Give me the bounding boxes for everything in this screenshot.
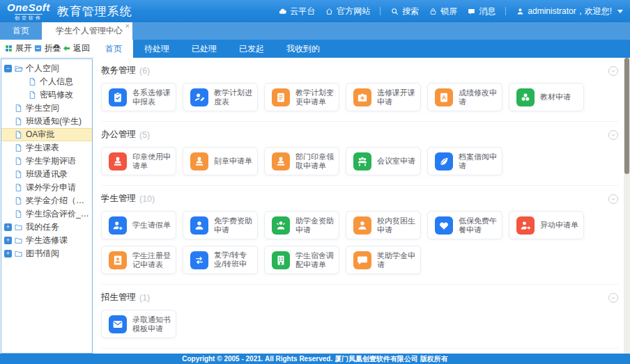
- main-tab[interactable]: 已发起: [228, 40, 275, 58]
- card-label: 免学费资助申请: [214, 216, 254, 235]
- section: 招生管理(1)录取通知书模板申请: [101, 285, 618, 349]
- app-card[interactable]: 学生注册登记申请表: [101, 246, 176, 274]
- app-card[interactable]: 免学费资助申请: [183, 211, 258, 239]
- tree-item-label: 班级通知(学生): [26, 116, 82, 127]
- app-card[interactable]: 学生宿舍调配申请单: [264, 246, 339, 274]
- app-logo: OneSoft 创壹软件: [7, 2, 50, 20]
- main-tab[interactable]: 已处理: [180, 40, 228, 58]
- logo-text: OneSoft: [7, 2, 50, 13]
- sidebar: 展开折叠返回 −个人空间个人信息密码修改学生空间班级通知(学生)OA审批学生课表…: [0, 40, 94, 354]
- main-tab[interactable]: 首页: [94, 40, 133, 58]
- app-card[interactable]: 奖助学金申请: [346, 246, 421, 274]
- app-card[interactable]: 教学计划变更申请单: [264, 83, 339, 111]
- app-card[interactable]: 教学计划进度表: [183, 83, 258, 111]
- tree-item-label: 我的任务: [26, 221, 59, 233]
- app-card[interactable]: 学生请假单: [101, 211, 176, 239]
- nav-cloud-platform[interactable]: 云平台: [278, 6, 315, 17]
- file-icon: [14, 104, 23, 113]
- section-collapse-button[interactable]: [608, 66, 618, 76]
- tree-item[interactable]: +我的任务: [1, 221, 92, 234]
- nav-cloud-platform-label: 云平台: [290, 6, 315, 17]
- app-card[interactable]: 档案借阅申请: [427, 147, 502, 175]
- tree-item[interactable]: 学生学期评语: [1, 155, 92, 168]
- app-card[interactable]: 低保免费午餐申请: [427, 211, 502, 239]
- mail-icon: [109, 315, 127, 333]
- card-label: 学生宿舍调配申请单: [295, 251, 335, 269]
- expand-toggle-icon[interactable]: +: [4, 223, 12, 231]
- tree-item[interactable]: 个人信息: [1, 75, 92, 88]
- window-tab[interactable]: 学生个人管理中心×: [42, 22, 132, 40]
- card-label: 录取通知书模板申请: [132, 315, 172, 333]
- chat-icon: [353, 251, 371, 269]
- main-tab[interactable]: 我收到的: [275, 40, 331, 58]
- app-card[interactable]: 校内贫困生申请: [346, 211, 421, 239]
- expand-toggle-icon[interactable]: +: [4, 237, 12, 244]
- tree-item[interactable]: +学生选修课: [1, 234, 92, 247]
- app-card[interactable]: 选修课开课申请: [346, 83, 421, 111]
- card-label: 各系选修课申报表: [132, 88, 172, 106]
- scrollbar-thumb[interactable]: [624, 58, 629, 174]
- tree-item[interactable]: −个人空间: [1, 62, 92, 75]
- vertical-scrollbar[interactable]: [624, 58, 630, 354]
- main-tab[interactable]: 待处理: [133, 40, 180, 58]
- tree-item-label: 图书借阅: [26, 248, 59, 260]
- section-header: 学生管理(10): [101, 193, 618, 205]
- card-label: 复学/转专业/转班申请: [214, 251, 254, 269]
- section-collapse-button[interactable]: [608, 130, 618, 140]
- divider: [505, 7, 506, 15]
- tree-item-label: 学生课表: [26, 142, 59, 154]
- stamp-icon: [272, 152, 290, 171]
- app-card[interactable]: 异动申请单: [509, 211, 584, 239]
- app-card[interactable]: 各系选修课申报表: [101, 83, 176, 111]
- user-menu[interactable]: administrator，欢迎您!: [516, 6, 623, 17]
- chevron-down-icon: [617, 10, 623, 13]
- section-title: 招生管理: [101, 292, 136, 303]
- app-card[interactable]: 教材申请: [509, 83, 584, 111]
- back-button[interactable]: 返回: [62, 42, 90, 54]
- tree-item-label: 学生空间: [26, 102, 59, 114]
- nav-official-site[interactable]: 官方网站: [325, 6, 370, 17]
- app-card[interactable]: 复学/转专业/转班申请: [183, 246, 258, 274]
- tree-item[interactable]: 奖学金介绍（学生）: [1, 194, 92, 207]
- tree-item-label: OA审批: [26, 129, 54, 141]
- tree-item[interactable]: 班级通讯录: [1, 168, 92, 181]
- tree-item[interactable]: OA审批: [1, 128, 92, 141]
- section-header: 教务管理(6): [101, 65, 618, 77]
- section-collapse-button[interactable]: [608, 194, 618, 204]
- main-area: 首页待处理已处理已发起我收到的 教务管理(6)各系选修课申报表教学计划进度表教学…: [94, 40, 630, 354]
- app-card[interactable]: 会议室申请: [346, 147, 421, 175]
- collapse-button[interactable]: 折叠: [33, 42, 61, 54]
- tree-item[interactable]: 密码修改: [1, 88, 92, 102]
- nav-messages-label: 消息: [479, 6, 495, 17]
- nav-lock-screen[interactable]: 锁屏: [429, 6, 457, 17]
- tree-item[interactable]: 学生课表: [1, 141, 92, 155]
- doc-user-icon: [109, 251, 127, 269]
- window-tab[interactable]: 首页: [0, 22, 42, 40]
- section-header: 办公管理(5): [101, 129, 618, 141]
- app-card[interactable]: 印章使用申请单: [101, 147, 176, 175]
- logo-subtext: 创壹软件: [15, 14, 43, 20]
- app-card[interactable]: 部门印章领取申请单: [264, 147, 339, 175]
- tree-item[interactable]: 学生综合评价_学生自评: [1, 207, 92, 221]
- back-icon: [62, 44, 71, 53]
- close-icon[interactable]: ×: [125, 22, 130, 30]
- tree-item[interactable]: 班级通知(学生): [1, 115, 92, 128]
- tree-item[interactable]: 学生空间: [1, 102, 92, 115]
- collapse-toggle-icon[interactable]: −: [4, 65, 12, 72]
- user-cheer-icon: [272, 216, 290, 235]
- tree-item[interactable]: +图书借阅: [1, 247, 92, 260]
- app-card[interactable]: 录取通知书模板申请: [101, 310, 176, 338]
- nav-search[interactable]: 搜索: [390, 6, 419, 17]
- nav-messages[interactable]: 消息: [467, 6, 495, 17]
- section: 教务管理(6)各系选修课申报表教学计划进度表教学计划变更申请单选修课开课申请A成…: [101, 58, 618, 122]
- expand-toggle-icon[interactable]: +: [4, 250, 12, 258]
- card-label: 助学金资助申请: [295, 216, 335, 235]
- expand-icon: [4, 44, 13, 53]
- section-collapse-button[interactable]: [608, 293, 618, 303]
- app-card[interactable]: A成绩修改申请: [427, 83, 502, 111]
- app-card[interactable]: 刻章申请单: [183, 147, 258, 175]
- tree-item-label: 课外学分申请: [26, 182, 76, 193]
- expand-button[interactable]: 展开: [4, 42, 32, 54]
- app-card[interactable]: 助学金资助申请: [264, 211, 339, 239]
- tree-item[interactable]: 课外学分申请: [1, 181, 92, 194]
